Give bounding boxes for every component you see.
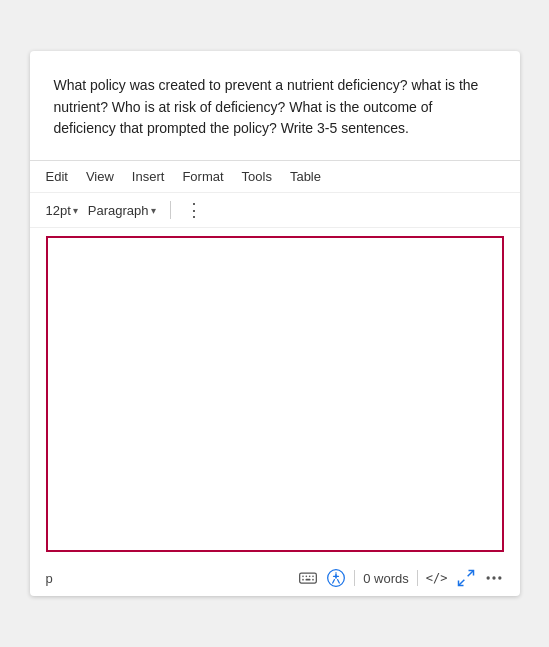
code-view-button[interactable]: </> xyxy=(426,571,448,585)
paragraph-label: Paragraph xyxy=(88,203,149,218)
svg-point-17 xyxy=(492,576,495,579)
menu-view[interactable]: View xyxy=(86,169,114,184)
menu-table[interactable]: Table xyxy=(290,169,321,184)
menu-edit[interactable]: Edit xyxy=(46,169,68,184)
question-text: What policy was created to prevent a nut… xyxy=(30,75,520,160)
word-count-label: 0 words xyxy=(363,571,409,586)
text-editor-input[interactable] xyxy=(48,238,502,546)
expand-icon[interactable] xyxy=(456,568,476,588)
editor-area: Edit View Insert Format Tools Table 12pt… xyxy=(30,160,520,596)
svg-line-14 xyxy=(467,571,473,577)
card: What policy was created to prevent a nut… xyxy=(30,51,520,596)
keyboard-icon[interactable] xyxy=(298,568,318,588)
more-options-icon[interactable] xyxy=(484,568,504,588)
svg-rect-0 xyxy=(300,573,317,583)
text-editor-border xyxy=(46,236,504,552)
status-bar: p xyxy=(30,560,520,596)
svg-line-12 xyxy=(333,580,335,583)
toolbar-more-button[interactable]: ⋮ xyxy=(185,199,204,221)
font-size-label: 12pt xyxy=(46,203,71,218)
paragraph-chevron-icon: ▾ xyxy=(151,205,156,216)
svg-point-10 xyxy=(335,572,337,574)
font-size-selector[interactable]: 12pt ▾ xyxy=(46,203,78,218)
svg-line-13 xyxy=(338,580,340,583)
paragraph-style-selector[interactable]: Paragraph ▾ xyxy=(88,203,156,218)
status-icons-group: 0 words </> xyxy=(298,568,503,588)
menu-bar: Edit View Insert Format Tools Table xyxy=(30,161,520,193)
question-content: What policy was created to prevent a nut… xyxy=(54,77,479,136)
menu-tools[interactable]: Tools xyxy=(242,169,272,184)
code-view-label: </> xyxy=(426,571,448,585)
toolbar-divider xyxy=(170,201,171,219)
page-container: What policy was created to prevent a nut… xyxy=(0,0,549,647)
toolbar: 12pt ▾ Paragraph ▾ ⋮ xyxy=(30,193,520,228)
svg-line-15 xyxy=(458,580,464,586)
menu-insert[interactable]: Insert xyxy=(132,169,165,184)
status-divider-2 xyxy=(417,570,418,586)
svg-point-16 xyxy=(486,576,489,579)
element-tag-label: p xyxy=(46,571,53,586)
accessibility-icon[interactable] xyxy=(326,568,346,588)
menu-format[interactable]: Format xyxy=(182,169,223,184)
svg-point-18 xyxy=(498,576,501,579)
status-divider-1 xyxy=(354,570,355,586)
font-size-chevron-icon: ▾ xyxy=(73,205,78,216)
